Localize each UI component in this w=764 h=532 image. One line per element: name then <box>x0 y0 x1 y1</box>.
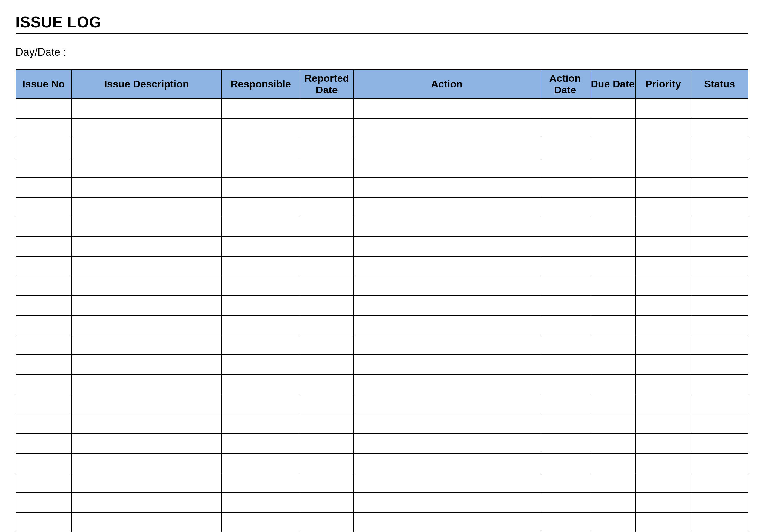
table-cell[interactable] <box>72 493 222 512</box>
table-cell[interactable] <box>635 138 691 158</box>
table-cell[interactable] <box>590 217 635 237</box>
table-cell[interactable] <box>353 217 540 237</box>
table-cell[interactable] <box>635 256 691 276</box>
table-cell[interactable] <box>222 434 300 453</box>
table-cell[interactable] <box>540 335 590 355</box>
table-cell[interactable] <box>635 237 691 256</box>
table-cell[interactable] <box>300 394 353 414</box>
table-cell[interactable] <box>16 414 72 434</box>
table-cell[interactable] <box>300 414 353 434</box>
table-cell[interactable] <box>222 493 300 512</box>
table-cell[interactable] <box>635 394 691 414</box>
table-cell[interactable] <box>540 493 590 512</box>
table-cell[interactable] <box>691 99 748 118</box>
table-cell[interactable] <box>635 197 691 217</box>
table-cell[interactable] <box>300 355 353 374</box>
table-cell[interactable] <box>300 493 353 512</box>
table-cell[interactable] <box>691 197 748 217</box>
table-cell[interactable] <box>635 315 691 335</box>
table-cell[interactable] <box>540 158 590 178</box>
table-cell[interactable] <box>300 158 353 178</box>
table-cell[interactable] <box>222 374 300 394</box>
table-cell[interactable] <box>590 414 635 434</box>
table-cell[interactable] <box>300 276 353 296</box>
table-cell[interactable] <box>353 335 540 355</box>
table-cell[interactable] <box>590 315 635 335</box>
table-cell[interactable] <box>635 296 691 315</box>
table-cell[interactable] <box>353 138 540 158</box>
table-cell[interactable] <box>590 335 635 355</box>
table-cell[interactable] <box>590 197 635 217</box>
table-cell[interactable] <box>691 453 748 473</box>
table-cell[interactable] <box>300 434 353 453</box>
table-cell[interactable] <box>353 158 540 178</box>
table-cell[interactable] <box>72 473 222 493</box>
table-cell[interactable] <box>590 355 635 374</box>
table-cell[interactable] <box>300 315 353 335</box>
table-cell[interactable] <box>635 453 691 473</box>
table-cell[interactable] <box>691 493 748 512</box>
table-cell[interactable] <box>222 453 300 473</box>
table-cell[interactable] <box>222 473 300 493</box>
table-cell[interactable] <box>590 512 635 532</box>
table-cell[interactable] <box>635 217 691 237</box>
table-cell[interactable] <box>590 453 635 473</box>
table-cell[interactable] <box>16 453 72 473</box>
table-cell[interactable] <box>72 197 222 217</box>
table-cell[interactable] <box>222 315 300 335</box>
table-cell[interactable] <box>590 276 635 296</box>
table-cell[interactable] <box>353 276 540 296</box>
table-cell[interactable] <box>691 256 748 276</box>
table-cell[interactable] <box>635 276 691 296</box>
table-cell[interactable] <box>353 434 540 453</box>
table-cell[interactable] <box>72 414 222 434</box>
table-cell[interactable] <box>72 138 222 158</box>
table-cell[interactable] <box>72 453 222 473</box>
table-cell[interactable] <box>353 355 540 374</box>
table-cell[interactable] <box>16 296 72 315</box>
table-cell[interactable] <box>540 296 590 315</box>
table-cell[interactable] <box>540 138 590 158</box>
table-cell[interactable] <box>691 296 748 315</box>
table-cell[interactable] <box>72 158 222 178</box>
table-cell[interactable] <box>16 256 72 276</box>
table-cell[interactable] <box>222 118 300 138</box>
table-cell[interactable] <box>72 335 222 355</box>
table-cell[interactable] <box>540 99 590 118</box>
table-cell[interactable] <box>540 315 590 335</box>
table-cell[interactable] <box>353 512 540 532</box>
table-cell[interactable] <box>222 414 300 434</box>
table-cell[interactable] <box>222 296 300 315</box>
table-cell[interactable] <box>635 178 691 197</box>
table-cell[interactable] <box>222 256 300 276</box>
table-cell[interactable] <box>353 99 540 118</box>
table-cell[interactable] <box>16 99 72 118</box>
table-cell[interactable] <box>300 118 353 138</box>
table-cell[interactable] <box>222 394 300 414</box>
table-cell[interactable] <box>222 276 300 296</box>
table-cell[interactable] <box>590 118 635 138</box>
table-cell[interactable] <box>691 217 748 237</box>
table-cell[interactable] <box>691 473 748 493</box>
table-cell[interactable] <box>590 473 635 493</box>
table-cell[interactable] <box>16 178 72 197</box>
table-cell[interactable] <box>16 394 72 414</box>
table-cell[interactable] <box>540 453 590 473</box>
table-cell[interactable] <box>300 256 353 276</box>
table-cell[interactable] <box>590 296 635 315</box>
table-cell[interactable] <box>222 99 300 118</box>
table-cell[interactable] <box>353 453 540 473</box>
table-cell[interactable] <box>353 118 540 138</box>
table-cell[interactable] <box>590 158 635 178</box>
table-cell[interactable] <box>222 237 300 256</box>
table-cell[interactable] <box>635 374 691 394</box>
table-cell[interactable] <box>540 394 590 414</box>
table-cell[interactable] <box>353 315 540 335</box>
table-cell[interactable] <box>300 473 353 493</box>
table-cell[interactable] <box>635 355 691 374</box>
table-cell[interactable] <box>222 158 300 178</box>
table-cell[interactable] <box>16 473 72 493</box>
table-cell[interactable] <box>353 256 540 276</box>
table-cell[interactable] <box>353 197 540 217</box>
table-cell[interactable] <box>691 138 748 158</box>
